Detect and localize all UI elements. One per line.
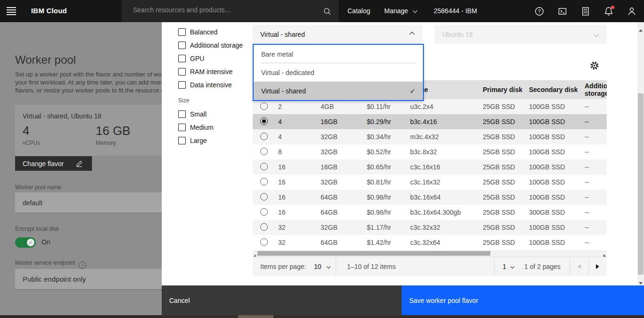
- next-page-button[interactable]: [588, 257, 607, 276]
- flavor-row-b3c-16x64[interactable]: 1664GB$0.98/hrb3c.16x6425GB SSD100GB SSD…: [253, 190, 607, 205]
- vcpus-label: vCPUs: [23, 140, 40, 146]
- pagination-divider: [494, 257, 495, 276]
- hamburger-menu-icon[interactable]: [7, 7, 16, 15]
- menu-option-virtual-dedicated[interactable]: Virtual - dedicated: [254, 63, 423, 82]
- column-header-primary-disk: Primary disk: [478, 86, 524, 93]
- master-endpoint-label: Master service endpointi: [15, 259, 86, 269]
- filter-checkbox-small[interactable]: Small: [178, 108, 251, 121]
- radio-button[interactable]: [260, 163, 268, 170]
- page-description: Set up a worker pool with the flavor and…: [15, 70, 162, 94]
- chevron-down-icon: [511, 265, 514, 268]
- radio-button[interactable]: [260, 238, 268, 246]
- desktop-edge-strip: [0, 315, 644, 318]
- toggle-state-label: On: [41, 238, 50, 246]
- user-avatar-icon[interactable]: [627, 7, 636, 16]
- flavor-row-u3c-2x4[interactable]: 24GB$0.11/hru3c.2x425GB SSD100GB SSD--: [253, 99, 607, 114]
- column-header-additional-storage: Additional storage: [580, 82, 607, 97]
- edit-pencil-icon: [76, 160, 83, 167]
- pagination-divider: [336, 257, 336, 276]
- filter-checkbox-ram-intensive[interactable]: RAM intensive: [178, 65, 251, 78]
- flavor-row-b3c-16x64-300gb[interactable]: 1664GB$0.98/hrb3c.16x64.300gb25GB SSD300…: [253, 205, 607, 220]
- svg-text:?: ?: [538, 8, 541, 14]
- page-title: Worker pool: [15, 53, 76, 67]
- size-options: SmallMediumLarge: [178, 108, 251, 147]
- memory-label: Memory: [96, 140, 116, 146]
- top-header: IBM Cloud Catalog Manage 2586444 - IBM ?: [0, 0, 644, 22]
- flavor-row-c3c-32x64[interactable]: 3264GB$1.42/hrc3c.32x6425GB SSD100GB SSD…: [253, 235, 607, 250]
- horizontal-scrollbar-thumb[interactable]: [257, 251, 490, 256]
- filter-options: BalancedAdditional storageGPURAM intensi…: [178, 25, 251, 92]
- machine-type-dropdown[interactable]: Virtual - shared: [253, 25, 422, 44]
- filter-checkbox-medium[interactable]: Medium: [178, 121, 251, 134]
- checkbox-icon[interactable]: [178, 28, 186, 36]
- flavor-row-m3c-4x32[interactable]: 432GB$0.34/hrm3c.4x3225GB SSD100GB SSD--: [253, 129, 607, 144]
- chevron-down-icon: [326, 265, 330, 268]
- radio-button[interactable]: [260, 223, 268, 231]
- flavor-row-b3c-8x32[interactable]: 832GB$0.52/hrb3c.8x3225GB SSD100GB SSD--: [253, 144, 607, 159]
- cancel-button[interactable]: Cancel: [162, 285, 402, 315]
- items-per-page-label: Items per page:: [260, 257, 306, 276]
- next-page-icon: [596, 264, 599, 269]
- radio-button[interactable]: [260, 208, 268, 216]
- filter-checkbox-large[interactable]: Large: [178, 134, 251, 147]
- worker-pool-name-label: Worker pool name: [15, 184, 61, 191]
- checkbox-icon[interactable]: [178, 55, 186, 62]
- checkbox-icon[interactable]: [178, 68, 186, 75]
- brand-logo[interactable]: IBM Cloud: [31, 7, 67, 15]
- nav-manage[interactable]: Manage: [384, 7, 417, 15]
- filter-checkbox-additional-storage[interactable]: Additional storage: [178, 39, 251, 52]
- search-icon[interactable]: [323, 7, 331, 16]
- change-flavor-button[interactable]: Change flavor: [15, 156, 92, 171]
- flavor-table-body: 24GB$0.11/hru3c.2x425GB SSD100GB SSD--41…: [253, 99, 607, 250]
- help-icon[interactable]: ?: [535, 7, 544, 16]
- filter-checkbox-balanced[interactable]: Balanced: [178, 25, 251, 39]
- radio-button[interactable]: [260, 148, 268, 155]
- vertical-scrollbar-thumb[interactable]: [638, 93, 644, 275]
- endpoint-select[interactable]: Public endpoint only: [15, 269, 162, 290]
- filter-checkbox-data-intensive[interactable]: Data intensive: [178, 78, 251, 92]
- radio-button[interactable]: [260, 178, 268, 185]
- flavor-filters: BalancedAdditional storageGPURAM intensi…: [178, 22, 251, 147]
- radio-button[interactable]: [260, 133, 268, 140]
- save-worker-pool-flavor-button[interactable]: Save worker pool flavor: [402, 285, 644, 315]
- checkbox-icon[interactable]: [178, 137, 186, 144]
- search-input[interactable]: [132, 6, 313, 14]
- flavor-row-c3c-16x16[interactable]: 1616GB$0.65/hrc3c.16x1625GB SSD100GB SSD…: [253, 159, 607, 175]
- size-filter-label: Size: [178, 97, 251, 104]
- radio-button[interactable]: [260, 193, 268, 201]
- os-version-dropdown[interactable]: Ubuntu 18: [435, 25, 607, 44]
- checkbox-icon[interactable]: [178, 42, 186, 49]
- account-name[interactable]: 2586444 - IBM: [434, 7, 477, 15]
- menu-option-bare-metal[interactable]: Bare metal: [254, 45, 423, 63]
- radio-button[interactable]: [260, 117, 268, 125]
- page-number-select[interactable]: 1: [503, 257, 514, 276]
- flavor-row-c3c-32x32[interactable]: 3232GB$1.17/hrc3c.32x3225GB SSD100GB SSD…: [253, 220, 607, 235]
- previous-page-button[interactable]: [570, 257, 588, 276]
- menu-option-virtual-shared[interactable]: Virtual - shared✓: [254, 82, 423, 100]
- chevron-up-icon: [409, 32, 414, 37]
- checkbox-icon[interactable]: [178, 81, 186, 89]
- info-icon[interactable]: i: [79, 261, 86, 269]
- flavor-card-title: Virtual - shared, Ubuntu 18: [23, 112, 101, 120]
- notifications-bell-icon[interactable]: [604, 7, 613, 16]
- horizontal-scrollbar[interactable]: [253, 250, 607, 257]
- memory-value: 16 GB: [96, 124, 131, 138]
- checkbox-icon[interactable]: [178, 110, 186, 118]
- console-window-icon[interactable]: [558, 7, 567, 16]
- checkbox-icon[interactable]: [178, 124, 186, 131]
- global-search: [122, 0, 338, 22]
- notification-badge: [611, 6, 614, 9]
- scroll-up-icon[interactable]: [639, 25, 643, 33]
- nav-catalog[interactable]: Catalog: [347, 7, 370, 15]
- filter-checkbox-gpu[interactable]: GPU: [178, 52, 251, 65]
- worker-pool-name-input[interactable]: default: [15, 192, 162, 213]
- table-settings-gear-icon[interactable]: [590, 61, 600, 71]
- radio-button[interactable]: [260, 102, 268, 110]
- cost-estimator-icon[interactable]: [581, 7, 590, 16]
- items-per-page-select[interactable]: 10: [314, 257, 330, 276]
- encrypt-disk-toggle[interactable]: ✓: [15, 237, 36, 248]
- flavor-row-b3c-4x16[interactable]: 416GB$0.29/hrb3c.4x1625GB SSD100GB SSD--: [253, 114, 607, 129]
- items-range-label: 1–10 of 12 items: [347, 257, 396, 276]
- vertical-scrollbar[interactable]: [637, 22, 644, 285]
- flavor-row-c3c-16x32[interactable]: 1632GB$0.81/hrc3c.16x3225GB SSD100GB SSD…: [253, 175, 607, 190]
